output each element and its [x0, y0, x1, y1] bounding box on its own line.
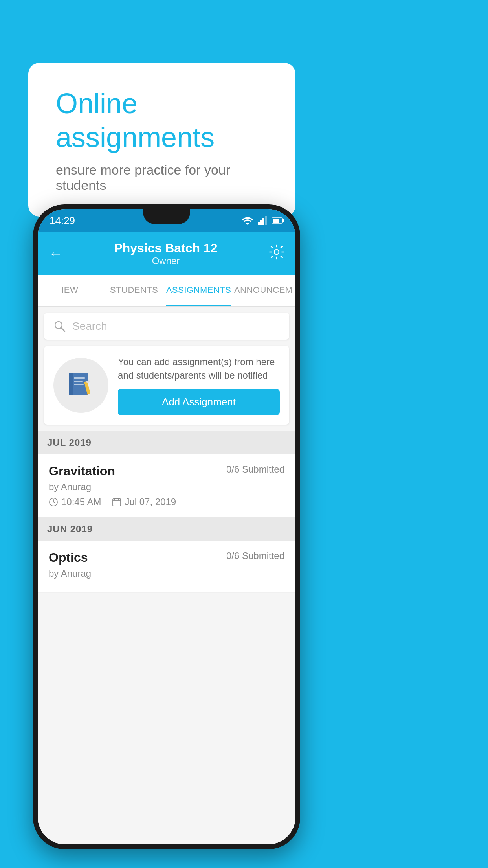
- assignment-meta-gravitation: 10:45 AM Jul 07, 2019: [49, 497, 284, 508]
- app-header: ← Physics Batch 12 Owner: [38, 232, 295, 275]
- assignment-item-optics[interactable]: Optics 0/6 Submitted by Anurag: [38, 541, 295, 593]
- content-scroll: Search: [38, 307, 295, 844]
- tab-assignments[interactable]: ASSIGNMENTS: [166, 275, 231, 306]
- assignment-title-optics: Optics: [49, 550, 88, 565]
- phone-inner: 14:29: [38, 209, 295, 844]
- signal-icon: [258, 216, 267, 225]
- speech-bubble-container: Online assignments ensure more practice …: [28, 63, 295, 217]
- tab-students[interactable]: STUDENTS: [102, 275, 166, 306]
- svg-rect-11: [69, 373, 73, 395]
- settings-button[interactable]: [269, 244, 284, 263]
- assignment-status-gravitation: 0/6 Submitted: [226, 464, 284, 475]
- svg-rect-3: [265, 216, 267, 225]
- battery-icon: [272, 217, 284, 224]
- section-header-jul: JUL 2019: [38, 431, 295, 454]
- bubble-title: Online assignments: [56, 86, 268, 154]
- calendar-icon: [112, 497, 121, 507]
- svg-rect-12: [74, 377, 85, 379]
- assignment-author-optics: by Anurag: [49, 568, 284, 579]
- section-header-jun: JUN 2019: [38, 517, 295, 541]
- svg-rect-6: [273, 219, 279, 223]
- header-subtitle: Owner: [114, 256, 217, 267]
- status-icons: [242, 216, 284, 225]
- add-assignment-button[interactable]: Add Assignment: [118, 389, 280, 415]
- assignment-time-gravitation: 10:45 AM: [49, 497, 101, 508]
- search-bar[interactable]: Search: [44, 313, 289, 340]
- tab-iew[interactable]: IEW: [38, 275, 102, 306]
- assignment-status-optics: 0/6 Submitted: [226, 550, 284, 561]
- tab-announcements[interactable]: ANNOUNCEM: [231, 275, 295, 306]
- svg-rect-13: [74, 381, 83, 382]
- promo-content: You can add assignment(s) from here and …: [118, 355, 280, 415]
- phone-frame: 14:29: [33, 204, 300, 849]
- notebook-icon: [65, 370, 97, 401]
- svg-line-9: [61, 328, 65, 331]
- svg-rect-21: [113, 499, 121, 506]
- svg-rect-5: [282, 219, 284, 222]
- back-button[interactable]: ←: [49, 245, 63, 262]
- assignment-author-gravitation: by Anurag: [49, 482, 284, 493]
- search-icon: [53, 320, 66, 333]
- tabs-bar: IEW STUDENTS ASSIGNMENTS ANNOUNCEM: [38, 275, 295, 307]
- notch: [143, 209, 190, 224]
- svg-rect-14: [74, 384, 84, 385]
- assignment-item-gravitation[interactable]: Gravitation 0/6 Submitted by Anurag 10:4…: [38, 454, 295, 517]
- clock-icon: [49, 497, 58, 507]
- svg-rect-0: [258, 222, 260, 225]
- promo-card: You can add assignment(s) from here and …: [44, 346, 289, 425]
- svg-rect-1: [260, 220, 262, 225]
- speech-bubble: Online assignments ensure more practice …: [28, 63, 295, 217]
- assignment-row1-optics: Optics 0/6 Submitted: [49, 550, 284, 565]
- wifi-icon: [242, 216, 253, 225]
- svg-point-7: [274, 250, 279, 254]
- search-placeholder: Search: [72, 320, 107, 333]
- status-time: 14:29: [50, 215, 75, 227]
- svg-line-20: [53, 502, 55, 503]
- assignment-date-gravitation: Jul 07, 2019: [112, 497, 176, 508]
- header-title-group: Physics Batch 12 Owner: [114, 241, 217, 267]
- gear-icon: [269, 244, 284, 260]
- assignment-title-gravitation: Gravitation: [49, 464, 115, 478]
- status-bar: 14:29: [38, 209, 295, 232]
- svg-rect-2: [262, 218, 264, 225]
- assignment-row1: Gravitation 0/6 Submitted: [49, 464, 284, 478]
- bubble-subtitle: ensure more practice for your students: [56, 162, 268, 193]
- promo-text: You can add assignment(s) from here and …: [118, 355, 280, 382]
- header-title: Physics Batch 12: [114, 241, 217, 256]
- promo-icon-circle: [53, 358, 108, 413]
